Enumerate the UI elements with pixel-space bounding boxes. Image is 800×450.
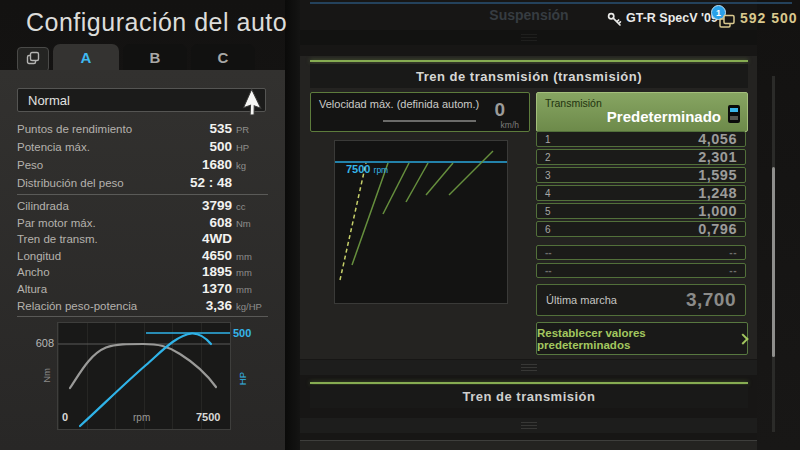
redline-label: 7500 rpm [346,163,388,175]
gear-row-1[interactable]: 14,056 [536,131,746,147]
stat-unit: PR [232,124,268,135]
next-panel-stub [300,440,757,450]
max-speed-slider[interactable] [383,120,476,122]
tab-setup-c[interactable]: C [191,44,255,70]
section-drag-strip [300,360,757,375]
gear-number: 5 [545,206,698,217]
stat-value: 608 [209,215,232,230]
transmission-panel-title-text: Tren de transmisión (transmisión) [416,69,642,84]
stat-unit: kg/HP [232,301,268,312]
final-gear-setting[interactable]: Última marcha 3,700 [536,284,746,316]
tab-b-label: B [150,49,161,66]
gear-number: 4 [545,188,698,199]
stat-label: Peso [17,159,202,171]
gear-row-4[interactable]: 41,248 [536,185,746,201]
gear-number: -- [545,247,729,258]
section-divider [17,316,268,317]
gear-row-5[interactable]: 51,000 [536,203,746,219]
preset-dropdown[interactable]: Normal [17,88,266,112]
copy-icon [26,51,40,69]
stat-unit: kg [232,160,268,171]
gear-ratio-value: 2,301 [698,149,737,165]
stat-row: Longitud4650mm [17,248,268,265]
gear-row-3[interactable]: 31,595 [536,167,746,183]
transmission-type-value: Predeterminado [607,108,721,125]
stat-row: Potencia máx.500HP [17,139,268,157]
stat-row: Altura1370mm [17,281,268,298]
stat-label: Longitud [17,250,202,262]
next-section-title: Tren de transmisión [462,389,595,404]
next-section-header[interactable]: Tren de transmisión [310,385,748,408]
power-peak-label: 500 [233,327,251,339]
stat-label: Potencia máx. [17,141,209,153]
stat-row: Ancho1895mm [17,264,268,281]
stat-row: Peso1680kg [17,157,268,175]
stat-row: Distribución del peso52 : 48 [17,175,268,193]
tab-setup-b[interactable]: B [123,44,187,70]
gear-ratio-value: 1,000 [698,203,737,219]
stat-value: 4650 [202,248,232,263]
gear-number: 2 [545,152,698,163]
torque-peak-label: 608 [28,337,54,349]
max-speed-setting[interactable]: Velocidad máx. (definida autom.) 0 km/h [310,92,530,132]
stat-row: Cilindrada3799cc [17,198,268,215]
stat-label: Ancho [17,266,202,278]
stat-value: 1370 [202,281,232,296]
page-title: Configuración del auto [26,8,287,37]
gear-number: 1 [545,134,698,145]
gear-ratio-value: 1,248 [698,185,737,201]
tab-setup-a[interactable]: A [53,44,119,70]
drag-handle-icon [521,34,537,41]
gear-row-8[interactable]: ---- [536,263,746,278]
gear-ratio-value: -- [729,265,737,276]
gear-ratio-value: -- [729,247,737,258]
redline-unit: rpm [374,165,389,175]
stat-unit: mm [232,251,268,262]
stat-label: Altura [17,283,202,295]
gear-row-6[interactable]: 60,796 [536,221,746,237]
stat-value: 4WD [202,231,232,246]
scrollbar-thumb[interactable] [772,167,775,357]
stat-unit: mm [232,267,268,278]
drag-handle-icon [521,422,537,429]
gear-row-7[interactable]: ---- [536,245,746,260]
transmission-type-label: Transmisión [545,97,602,109]
stat-value: 500 [209,139,232,154]
max-speed-unit: km/h [501,120,519,130]
tab-c-label: C [218,49,229,66]
transmission-type-selector[interactable]: Transmisión Predeterminado [536,92,748,132]
previous-section-strip [300,30,757,45]
rpm-max-label: 7500 [196,411,220,423]
rpm-axis-label: rpm [133,412,150,423]
gear-number: -- [545,265,729,276]
stat-row: Puntos de rendimiento535PR [17,121,268,139]
stat-label: Tren de transm. [17,233,202,245]
final-gear-label: Última marcha [546,294,686,306]
stats-secondary-list: Cilindrada3799cc Par motor máx.608Nm Tre… [17,198,268,314]
gear-ratio-value: 4,056 [698,131,737,147]
stat-label: Cilindrada [17,200,202,212]
stat-value: 535 [209,121,232,136]
stat-label: Puntos de rendimiento [17,123,209,135]
gear-row-2[interactable]: 22,301 [536,149,746,165]
gear-2-line [352,163,388,265]
final-gear-value: 3,700 [686,289,736,311]
torque-axis-label: Nm [41,368,52,383]
drag-handle-icon [521,364,537,371]
panel-gutter [285,0,300,450]
stat-value: 3,36 [206,298,232,313]
stat-value: 1680 [202,157,232,172]
reset-defaults-button[interactable]: Restablecer valores predeterminados [536,322,748,355]
stat-value: 3799 [202,198,232,213]
stat-unit: Nm [232,218,268,229]
car-name: GT-R SpecV '09 [626,11,718,25]
gran-turismo-setup-screen: Configuración del auto A B C Normal Punt… [0,0,800,450]
key-icon [607,12,622,31]
gear-number: 6 [545,224,698,235]
transmission-panel-title: Tren de transmisión (transmisión) [310,64,748,88]
gear-ratio-value: 0,796 [698,221,737,237]
selector-toggle-icon [728,105,740,123]
copy-settings-button[interactable] [17,47,49,72]
panel-accent-line [310,382,748,384]
panel-accent-line [310,60,748,62]
